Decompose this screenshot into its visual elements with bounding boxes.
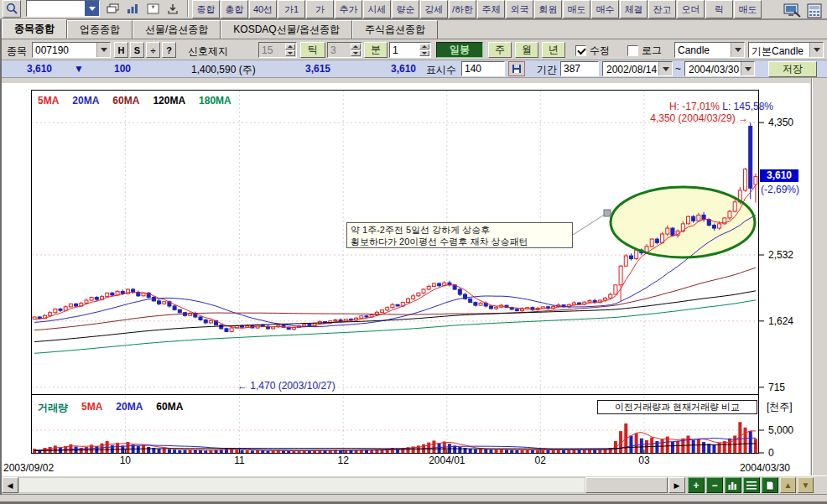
toolbar-button-12[interactable]: 회원 [534, 0, 562, 18]
toolbar-button-11[interactable]: 외국 [506, 0, 533, 18]
mini-button-÷[interactable]: ÷ [146, 42, 160, 58]
spinner-buttons[interactable] [419, 44, 429, 56]
period-button-1[interactable]: 주 [488, 42, 512, 58]
down-arrow-tray-icon [167, 3, 179, 14]
log-checkbox[interactable]: 로그 [627, 44, 662, 58]
list-tool-button[interactable] [743, 477, 760, 493]
toolbar-button-1[interactable]: 총합 [221, 0, 248, 18]
scroll-right-button[interactable]: ▶ [668, 477, 685, 493]
chart-tool-button[interactable] [725, 477, 741, 493]
date-to-dropdown[interactable]: 2004/03/30 [684, 61, 755, 76]
checkbox-checked-icon[interactable] [575, 45, 586, 56]
chart-style-dropdown-button[interactable] [809, 43, 823, 57]
volume-tick-label: 5,000 [768, 424, 793, 436]
toolbar-button-4[interactable]: 가 [306, 0, 334, 18]
tab-0[interactable]: 종목종합 [2, 19, 67, 39]
mini-button-?[interactable]: ? [162, 42, 176, 58]
period-count-input[interactable]: 387 [560, 61, 599, 76]
spinner-down-icon[interactable] [285, 50, 295, 56]
toolbar-button-16[interactable]: 잔고 [648, 0, 676, 18]
trading-app-window: * 종합총합40선가1가추가시세량순강세/하한주체외국회원매도매수체결잔고오더릭… [0, 0, 827, 504]
panel-up-button[interactable]: ▲ [780, 477, 796, 493]
interval-spinner[interactable]: 1 [389, 42, 431, 58]
tab-4[interactable]: 주식옵션종합 [352, 20, 438, 39]
mini-button-H[interactable]: H [114, 42, 128, 58]
volume-bar [521, 450, 524, 453]
toolbar-button-17[interactable]: 오더 [677, 0, 705, 18]
candle-body [474, 303, 477, 305]
save-button[interactable]: 저장 [768, 61, 817, 77]
candle-body [744, 169, 747, 190]
chart-type-dropdown-button[interactable] [731, 43, 744, 57]
stock-code-combobox[interactable]: 007190 [32, 42, 111, 58]
favorites-button[interactable]: * [143, 0, 162, 18]
toolbar-button-10[interactable]: 주체 [477, 0, 505, 18]
callout-handle[interactable] [604, 210, 611, 216]
toolbar-button-14[interactable]: 매수 [591, 0, 619, 18]
toolbar-button-19[interactable]: 매도 [734, 0, 762, 18]
toolbar-button-9[interactable]: /하한 [449, 0, 476, 18]
panel-down-button[interactable]: ▼ [798, 477, 814, 493]
toolbar-button-0[interactable]: 종합 [192, 0, 220, 18]
date-from-dropdown[interactable]: 2002/08/14 [602, 61, 673, 76]
toolbar-button-6[interactable]: 시세 [363, 0, 391, 18]
volume-bar [546, 450, 549, 453]
candle-body [132, 289, 135, 292]
toolbar-button-7[interactable]: 량순 [392, 0, 419, 18]
monitor-icon[interactable] [783, 3, 802, 18]
spinner-up-icon[interactable] [419, 44, 429, 49]
bid-price: 3,610 [376, 63, 416, 75]
zoom-in-button[interactable]: + [688, 477, 705, 493]
price-legend-item-20MA: 20MA [72, 95, 99, 107]
tab-1[interactable]: 업종종합 [67, 20, 133, 39]
spinner-up-icon[interactable] [285, 44, 295, 49]
magnifier-button[interactable] [3, 0, 21, 18]
chart-type-dropdown[interactable]: Candle [674, 42, 745, 58]
date-from-dropdown-button[interactable] [658, 62, 672, 75]
download-button[interactable] [164, 0, 182, 18]
display-count-input[interactable]: 140 [461, 61, 505, 76]
page-tool-button[interactable] [762, 477, 778, 493]
toolbar-button-8[interactable]: 강세 [420, 0, 448, 18]
toolbar-button-2[interactable]: 40선 [249, 0, 277, 18]
minute-count-spinner[interactable]: 3 [327, 42, 362, 58]
price-legend-item-120MA: 120MA [153, 95, 185, 107]
period-button-3[interactable]: 년 [542, 42, 565, 58]
minute-button[interactable]: 분 [364, 42, 387, 58]
toolbar-button-18[interactable]: 릭 [705, 0, 733, 18]
modify-checkbox[interactable]: 수정 [575, 44, 610, 58]
chart-style-dropdown[interactable]: 기본Candle [748, 42, 824, 58]
checkbox-unchecked-icon[interactable] [627, 45, 638, 56]
zoom-out-button[interactable]: − [706, 477, 723, 493]
save-settings-button[interactable] [508, 61, 525, 76]
toolbar-button-5[interactable]: 추가 [335, 0, 362, 18]
spinner-buttons[interactable] [351, 44, 361, 56]
tab-2[interactable]: 선물/옵션종합 [133, 20, 221, 39]
stock-code-value: 007190 [35, 44, 69, 56]
period-button-2[interactable]: 월 [515, 42, 538, 58]
symbol-search-combobox[interactable] [26, 0, 100, 17]
scroll-left-button[interactable]: ◀ [2, 477, 18, 493]
tick-button[interactable]: 틱 [300, 42, 325, 58]
windows-button[interactable] [103, 0, 122, 18]
toolbar-button-13[interactable]: 매도 [563, 0, 590, 18]
volume-bar [168, 449, 171, 453]
spinner-buttons[interactable] [285, 44, 295, 56]
spinner-down-icon[interactable] [419, 50, 429, 56]
period-button-0[interactable]: 일봉 [436, 42, 483, 58]
spinner-up-icon[interactable] [351, 44, 361, 49]
spinner-down-icon[interactable] [351, 50, 361, 56]
candle-body [292, 328, 295, 330]
toolbar-button-3[interactable]: 가1 [278, 0, 305, 18]
scrollbar-thumb[interactable] [585, 477, 668, 493]
chart-view-button[interactable] [123, 0, 142, 18]
combobox-dropdown-button[interactable] [85, 1, 99, 16]
calculator-icon[interactable] [807, 3, 822, 18]
stock-code-dropdown-button[interactable] [96, 43, 110, 57]
tab-3[interactable]: KOSDAQ선물/옵션종합 [221, 20, 352, 39]
date-to-dropdown-button[interactable] [741, 62, 754, 75]
tick-count-spinner[interactable]: 15 [258, 42, 297, 58]
scrollbar-track[interactable] [18, 477, 585, 493]
mini-button-S[interactable]: S [130, 42, 144, 58]
toolbar-button-15[interactable]: 체결 [620, 0, 648, 18]
